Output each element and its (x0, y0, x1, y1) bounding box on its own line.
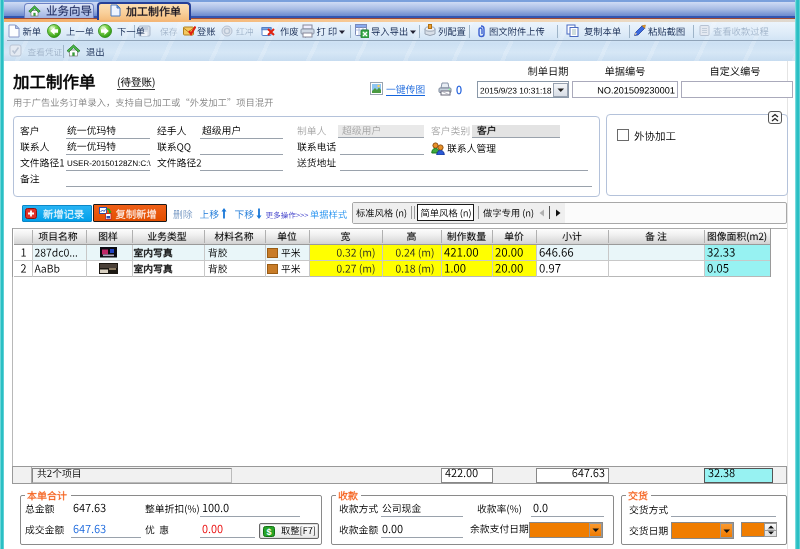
svg-text:$: $ (266, 526, 271, 536)
